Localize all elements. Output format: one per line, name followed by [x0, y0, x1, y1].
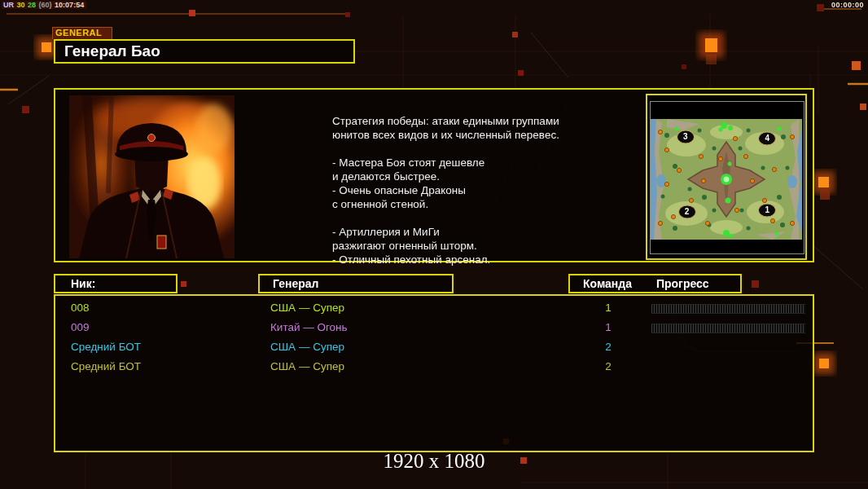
- header-team-progress: Команда Прогресс: [568, 274, 742, 293]
- minimap-terrain: 3 4 2 1: [651, 119, 802, 240]
- player-general: Китай — Огонь: [270, 318, 348, 337]
- minimap-terrain-image: [651, 119, 802, 240]
- debug-stats-segment: 28: [28, 1, 36, 9]
- debug-stats: UR 30 28 (60) 10:07:54: [2, 1, 86, 9]
- match-timer: 00:00:00: [831, 1, 864, 9]
- player-general: США — Супер: [270, 298, 344, 318]
- player-general: США — Супер: [270, 337, 344, 357]
- table-row: 008 США — Супер 1: [55, 298, 813, 318]
- player-general: США — Супер: [270, 357, 344, 377]
- general-name: Генерал Бао: [64, 42, 160, 59]
- player-nick: 008: [71, 298, 90, 318]
- player-team: 1: [572, 318, 645, 337]
- debug-stats-segment: (60): [39, 1, 52, 9]
- player-nick: Средний БОТ: [71, 337, 141, 357]
- minimap-frame: 3 4 2 1: [650, 101, 804, 254]
- spawn-marker-2: 2: [678, 205, 696, 218]
- player-team: 1: [572, 298, 645, 318]
- player-team: 2: [572, 337, 645, 357]
- player-progress-bar: [651, 304, 805, 314]
- debug-stats-segment: 10:07:54: [55, 1, 84, 9]
- table-row: Средний БОТ США — Супер 2: [55, 337, 813, 357]
- spawn-marker-1: 1: [758, 204, 776, 218]
- header-general: Генерал: [258, 274, 454, 293]
- player-nick: 009: [71, 318, 90, 337]
- player-progress-bar: [651, 324, 805, 333]
- general-portrait: [69, 95, 235, 258]
- header-nick: Ник:: [54, 274, 178, 293]
- header-progress: Прогресс: [656, 275, 709, 292]
- debug-stats-segment: 30: [17, 1, 25, 9]
- table-row: 009 Китай — Огонь 1: [55, 318, 813, 337]
- player-team: 2: [572, 357, 645, 377]
- player-nick: Средний БОТ: [71, 357, 141, 377]
- spawn-marker-3: 3: [677, 130, 695, 144]
- player-table: 008 США — Супер 1 009 Китай — Огонь 1 Ср…: [54, 294, 814, 452]
- resolution-label: 1920 x 1080: [0, 450, 868, 473]
- minimap: 3 4 2 1: [646, 94, 807, 260]
- table-row: Средний БОТ США — Супер 2: [55, 357, 813, 377]
- header-team: Команда: [583, 275, 632, 292]
- loading-screen: UR 30 28 (60) 10:07:54 00:00:00 GENERAL …: [0, 0, 868, 489]
- tab-general[interactable]: GENERAL: [52, 27, 112, 39]
- spawn-marker-4: 4: [758, 131, 776, 145]
- debug-stats-segment: UR: [3, 1, 14, 9]
- strategy-text: Стратегия победы: атаки едиными группами…: [332, 114, 601, 267]
- general-name-box: Генерал Бао: [54, 39, 355, 64]
